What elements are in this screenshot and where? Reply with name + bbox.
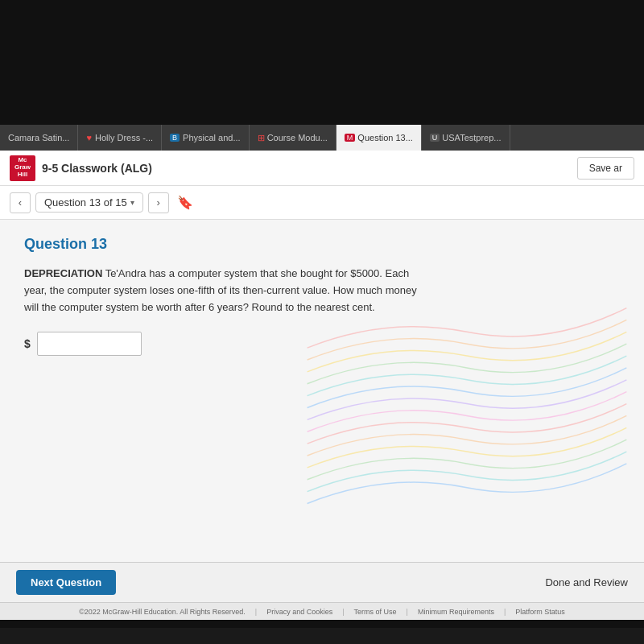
- answer-row: $: [24, 332, 620, 356]
- tab-question13[interactable]: M Question 13...: [336, 125, 422, 151]
- prev-arrow-icon: ‹: [19, 196, 22, 208]
- platform-status-link[interactable]: Platform Status: [515, 608, 565, 616]
- prev-question-button[interactable]: ‹: [10, 192, 31, 213]
- copyright-text: ©2022 McGraw-Hill Education. All Rights …: [79, 608, 246, 616]
- tab-holly[interactable]: ♥ Holly Dress -...: [78, 125, 162, 151]
- tab-usatestprep[interactable]: U USATestprep...: [422, 125, 510, 151]
- save-button[interactable]: Save ar: [577, 157, 634, 180]
- logo-box: Mc Graw Hill 9-5 Classwork (ALG): [10, 155, 152, 181]
- course-icon: ⊞: [258, 133, 265, 143]
- bottom-bar: Next Question Done and Review: [0, 562, 644, 602]
- terms-link[interactable]: Terms of Use: [354, 608, 397, 616]
- question-body: DEPRECIATION Te'Andra has a computer sys…: [24, 266, 427, 316]
- top-bezel: [0, 0, 644, 125]
- copyright-bar: ©2022 McGraw-Hill Education. All Rights …: [0, 602, 644, 620]
- question-content: .wave { fill: none; stroke-width: 1.5; o…: [0, 220, 644, 562]
- tab-camara[interactable]: Camara Satin...: [0, 125, 78, 151]
- tab-question13-label: Question 13...: [357, 133, 413, 142]
- bottom-bezel: [0, 620, 644, 628]
- mcgraw-hill-logo: Mc Graw Hill: [10, 155, 35, 181]
- tab-usatestprep-label: USATestprep...: [442, 133, 501, 142]
- usa-icon: U: [430, 134, 440, 142]
- bookmark-icon[interactable]: 🔖: [177, 195, 193, 210]
- physical-icon: B: [170, 134, 180, 142]
- question-selector-label: Question 13 of 15: [44, 196, 127, 208]
- app-header: Mc Graw Hill 9-5 Classwork (ALG) Save ar: [0, 151, 644, 186]
- tab-holly-label: Holly Dress -...: [95, 133, 153, 142]
- browser-content: Mc Graw Hill 9-5 Classwork (ALG) Save ar…: [0, 151, 644, 620]
- tabs-bar: Camara Satin... ♥ Holly Dress -... B Phy…: [0, 125, 644, 151]
- min-req-link[interactable]: Minimum Requirements: [418, 608, 494, 616]
- privacy-link[interactable]: Privacy and Cookies: [266, 608, 332, 616]
- app-title: 9-5 Classwork (ALG): [42, 162, 152, 175]
- tab-physical[interactable]: B Physical and...: [162, 125, 250, 151]
- next-arrow-icon: ›: [156, 196, 159, 208]
- question-nav-bar: ‹ Question 13 of 15 ▾ › 🔖: [0, 186, 644, 220]
- question-tab-icon: M: [345, 134, 356, 142]
- heart-icon: ♥: [86, 133, 92, 142]
- question-label: Question 13: [24, 236, 620, 253]
- chevron-down-icon: ▾: [130, 198, 134, 207]
- tab-course-label: Course Modu...: [267, 133, 328, 142]
- tab-physical-label: Physical and...: [183, 133, 241, 142]
- tab-course[interactable]: ⊞ Course Modu...: [250, 125, 336, 151]
- answer-input[interactable]: [37, 332, 142, 356]
- question-keyword: DEPRECIATION: [24, 267, 102, 279]
- dollar-sign-label: $: [24, 337, 31, 350]
- tab-camara-label: Camara Satin...: [8, 133, 69, 142]
- next-question-button[interactable]: ›: [148, 192, 169, 213]
- next-question-button[interactable]: Next Question: [16, 570, 116, 595]
- done-review-button[interactable]: Done and Review: [545, 576, 628, 588]
- question-selector-dropdown[interactable]: Question 13 of 15 ▾: [35, 192, 143, 213]
